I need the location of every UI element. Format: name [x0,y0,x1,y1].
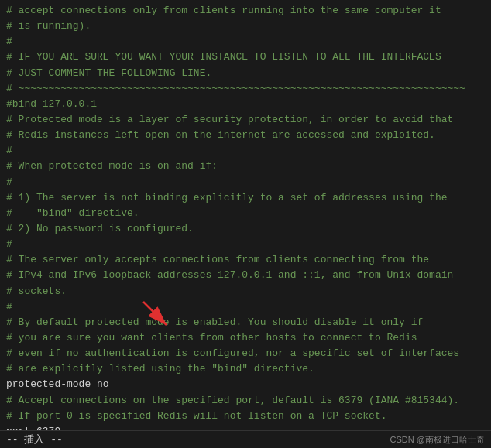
code-line: # are explicitly listed using the "bind"… [6,361,485,377]
insert-mode-indicator: -- 插入 -- [6,433,63,446]
code-line: # If port 0 is specified Redis will not … [6,409,485,424]
code-line: # Protected mode is a layer of security … [6,112,485,128]
code-line: # Accept connections on the specified po… [6,393,485,409]
terminal-window: # accept connections only from clients r… [0,0,491,448]
code-line: protected-mode no [6,377,485,392]
code-line: # By default protected mode is enabled. … [6,315,485,330]
code-line: # [6,237,485,252]
code-line: # ~~~~~~~~~~~~~~~~~~~~~~~~~~~~~~~~~~~~~~… [6,81,485,97]
code-line: # even if no authentication is configure… [6,346,485,361]
code-line: # [6,34,485,50]
code-content: # accept connections only from clients r… [6,3,485,448]
code-line: # you are sure you want clients from oth… [6,330,485,346]
status-bar: -- 插入 -- CSDN @南极进口哈士奇 [0,430,491,448]
code-line: # 2) No password is configured. [6,221,485,237]
code-line: # IPv4 and IPv6 loopback addresses 127.0… [6,268,485,283]
code-line: # [6,175,485,190]
code-line: # JUST COMMENT THE FOLLOWING LINE. [6,66,485,81]
code-line: # is running). [6,19,485,34]
code-line: # IF YOU ARE SURE YOU WANT YOUR INSTANCE… [6,50,485,65]
code-line: # The server only accepts connections fr… [6,252,485,268]
code-line: # When protected mode is on and if: [6,159,485,174]
code-line: # [6,143,485,159]
code-line: # 1) The server is not binding explicitl… [6,190,485,206]
watermark-text: CSDN @南极进口哈士奇 [390,434,485,446]
code-line: #bind 127.0.0.1 [6,97,485,112]
code-line: # accept connections only from clients r… [6,3,485,19]
code-line: # sockets. [6,284,485,299]
code-line: # Redis instances left open on the inter… [6,128,485,143]
code-line: # [6,299,485,315]
code-line: # "bind" directive. [6,206,485,221]
